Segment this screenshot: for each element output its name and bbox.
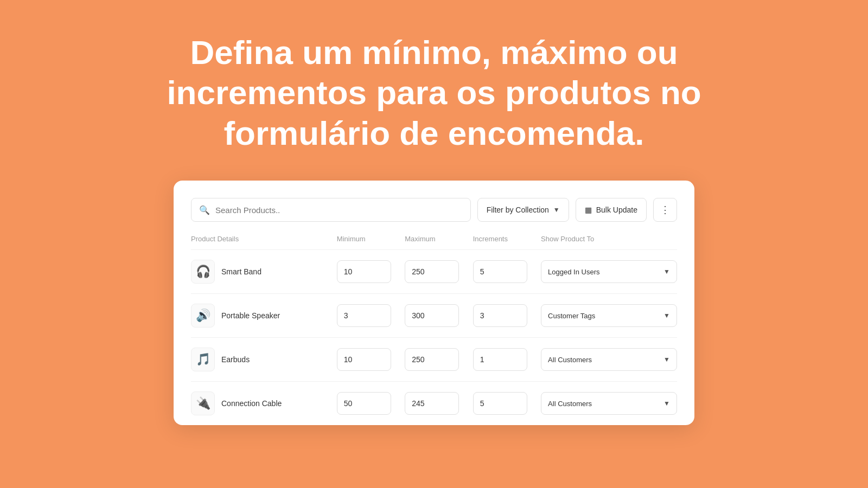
chevron-down-icon: ▼	[553, 206, 560, 214]
toolbar: 🔍 Filter by Collection ▼ ▦ Bulk Update ⋮	[191, 198, 677, 222]
show-cell-3: All Customers ▼	[541, 382, 677, 426]
product-image-3: 🔌	[191, 391, 215, 415]
col-header-product: Product Details	[191, 235, 337, 250]
increments-input-2[interactable]	[473, 348, 527, 371]
maximum-cell-2	[405, 338, 473, 382]
increments-input-1[interactable]	[473, 304, 527, 327]
show-select-2[interactable]: All Customers ▼	[541, 348, 677, 371]
search-icon: 🔍	[199, 205, 210, 215]
product-image-2: 🎵	[191, 348, 215, 371]
show-cell-1: Customer Tags ▼	[541, 294, 677, 338]
increments-cell-0	[473, 250, 541, 294]
show-select-1[interactable]: Customer Tags ▼	[541, 304, 677, 327]
show-select-label-1: Customer Tags	[548, 312, 595, 320]
product-cell-1: 🔊 Portable Speaker	[191, 294, 337, 338]
product-name-0: Smart Band	[221, 267, 261, 276]
col-header-show: Show Product To	[541, 235, 677, 250]
col-header-minimum: Minimum	[337, 235, 405, 250]
bulk-update-button[interactable]: ▦ Bulk Update	[576, 198, 647, 222]
filter-by-collection-button[interactable]: Filter by Collection ▼	[477, 198, 569, 222]
increments-cell-1	[473, 294, 541, 338]
maximum-cell-3	[405, 382, 473, 426]
maximum-input-0[interactable]	[405, 260, 459, 283]
product-name-3: Connection Cable	[221, 399, 282, 408]
grid-icon: ▦	[585, 206, 592, 214]
filter-label: Filter by Collection	[487, 206, 549, 214]
more-options-button[interactable]: ⋮	[653, 198, 677, 222]
increments-cell-3	[473, 382, 541, 426]
minimum-cell-0	[337, 250, 405, 294]
table-row: 🎵 Earbuds All Customers ▼	[191, 338, 677, 382]
product-cell-2: 🎵 Earbuds	[191, 338, 337, 382]
col-header-increments: Increments	[473, 235, 541, 250]
maximum-input-1[interactable]	[405, 304, 459, 327]
col-header-maximum: Maximum	[405, 235, 473, 250]
product-image-0: 🎧	[191, 260, 215, 284]
table-row: 🎧 Smart Band Logged In Users ▼	[191, 250, 677, 294]
increments-input-3[interactable]	[473, 392, 527, 415]
increments-input-0[interactable]	[473, 260, 527, 283]
chevron-down-icon-3: ▼	[663, 400, 670, 407]
minimum-cell-2	[337, 338, 405, 382]
chevron-down-icon-1: ▼	[663, 312, 670, 319]
minimum-input-0[interactable]	[337, 260, 391, 283]
product-cell-0: 🎧 Smart Band	[191, 250, 337, 294]
product-cell-3: 🔌 Connection Cable	[191, 382, 337, 426]
minimum-input-1[interactable]	[337, 304, 391, 327]
minimum-input-3[interactable]	[337, 392, 391, 415]
table-row: 🔊 Portable Speaker Customer Tags ▼	[191, 294, 677, 338]
show-select-0[interactable]: Logged In Users ▼	[541, 260, 677, 283]
search-input[interactable]	[215, 206, 463, 215]
minimum-input-2[interactable]	[337, 348, 391, 371]
bulk-update-label: Bulk Update	[596, 206, 637, 214]
search-wrapper: 🔍	[191, 198, 471, 222]
product-image-1: 🔊	[191, 304, 215, 328]
chevron-down-icon-2: ▼	[663, 356, 670, 363]
increments-cell-2	[473, 338, 541, 382]
maximum-input-2[interactable]	[405, 348, 459, 371]
show-select-3[interactable]: All Customers ▼	[541, 392, 677, 415]
show-select-label-2: All Customers	[548, 356, 592, 364]
maximum-cell-0	[405, 250, 473, 294]
minimum-cell-3	[337, 382, 405, 426]
show-cell-0: Logged In Users ▼	[541, 250, 677, 294]
maximum-input-3[interactable]	[405, 392, 459, 415]
show-select-label-3: All Customers	[548, 400, 592, 408]
maximum-cell-1	[405, 294, 473, 338]
product-name-1: Portable Speaker	[221, 311, 280, 320]
more-icon: ⋮	[660, 204, 670, 216]
products-table: Product Details Minimum Maximum Incremen…	[191, 235, 677, 425]
show-cell-2: All Customers ▼	[541, 338, 677, 382]
chevron-down-icon-0: ▼	[663, 268, 670, 275]
main-card: 🔍 Filter by Collection ▼ ▦ Bulk Update ⋮…	[174, 181, 694, 425]
show-select-label-0: Logged In Users	[548, 268, 599, 276]
table-row: 🔌 Connection Cable All Customers ▼	[191, 382, 677, 426]
product-name-2: Earbuds	[221, 355, 250, 364]
minimum-cell-1	[337, 294, 405, 338]
hero-text: Defina um mínimo, máximo ou incrementos …	[0, 0, 868, 181]
